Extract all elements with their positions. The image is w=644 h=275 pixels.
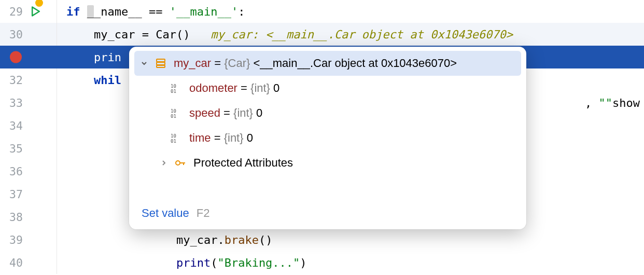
identifier: my_car bbox=[94, 28, 135, 41]
svg-rect-1 bbox=[157, 59, 165, 62]
equals: = bbox=[211, 57, 224, 70]
code-line[interactable]: 40 print("Braking...") bbox=[0, 251, 644, 274]
line-number: 32 bbox=[5, 74, 23, 87]
parens: () bbox=[259, 233, 273, 246]
gutter: 39 bbox=[0, 228, 57, 251]
code-line[interactable]: 39 my_car.brake() bbox=[0, 228, 644, 251]
inspector-protected-row[interactable]: Protected Attributes bbox=[129, 150, 526, 175]
line-number: 37 bbox=[5, 188, 23, 201]
line-number: 29 bbox=[5, 5, 23, 18]
var-value: 0 bbox=[247, 131, 253, 144]
key-icon bbox=[175, 159, 188, 167]
int-icon: 1001 bbox=[171, 107, 184, 119]
operator: == bbox=[142, 5, 170, 18]
var-type: {Car} bbox=[224, 57, 253, 70]
string: "Braking..." bbox=[217, 256, 300, 269]
keyword: whil bbox=[94, 74, 121, 87]
var-type: {int} bbox=[224, 131, 247, 144]
svg-text:10: 10 bbox=[171, 133, 176, 139]
chevron-right-icon[interactable] bbox=[160, 159, 170, 167]
inline-hint-var: my_car: bbox=[211, 28, 265, 41]
var-name: my_car bbox=[174, 57, 211, 70]
variable-inspector-popup[interactable]: my_car = {Car} <__main__.Car object at 0… bbox=[129, 47, 526, 229]
colon: : bbox=[238, 5, 245, 18]
line-number: 34 bbox=[5, 119, 23, 132]
popup-footer: Set value F2 bbox=[129, 198, 526, 229]
gutter: 33 bbox=[0, 91, 57, 114]
gutter: 34 bbox=[0, 114, 57, 137]
breakpoint-icon[interactable] bbox=[10, 51, 22, 63]
inspector-field-row[interactable]: 1001 speed = {int} 0 bbox=[129, 101, 526, 126]
line-number: 33 bbox=[5, 97, 23, 109]
equals: = bbox=[237, 81, 250, 94]
identifier: _name__ bbox=[94, 5, 142, 18]
object-icon bbox=[155, 58, 169, 69]
gutter: 30 bbox=[0, 23, 57, 46]
gutter: 38 bbox=[0, 205, 57, 228]
gutter bbox=[0, 46, 57, 68]
inline-hint-value: <__main__.Car object at 0x1043e6070> bbox=[265, 28, 513, 41]
parens: () bbox=[176, 28, 190, 41]
code-content[interactable]: print("Braking...") bbox=[57, 251, 644, 274]
operator: = bbox=[135, 28, 156, 41]
shortcut-label: F2 bbox=[197, 207, 210, 220]
gutter: 29 bbox=[0, 0, 57, 23]
gutter: 35 bbox=[0, 137, 57, 160]
code-content[interactable]: if __name__ == '__main__': bbox=[57, 0, 644, 23]
gap bbox=[190, 28, 211, 41]
svg-text:01: 01 bbox=[171, 89, 176, 94]
svg-text:01: 01 bbox=[171, 139, 176, 144]
line-number: 38 bbox=[5, 211, 23, 224]
var-name: time bbox=[189, 131, 211, 144]
var-value: 0 bbox=[273, 81, 279, 94]
code-line-current[interactable]: 30 my_car = Car() my_car: <__main__.Car … bbox=[0, 23, 644, 46]
run-icon[interactable] bbox=[30, 6, 41, 17]
chevron-down-icon[interactable] bbox=[141, 60, 150, 67]
line-number: 40 bbox=[5, 256, 23, 269]
gutter: 40 bbox=[0, 251, 57, 274]
equals: = bbox=[211, 131, 224, 144]
paren-open: ( bbox=[211, 256, 217, 269]
var-value: 0 bbox=[256, 106, 262, 119]
modification-dot-icon bbox=[35, 0, 43, 7]
equals: = bbox=[220, 106, 233, 119]
svg-text:10: 10 bbox=[171, 84, 176, 89]
inspector-field-row[interactable]: 1001 odometer = {int} 0 bbox=[129, 76, 526, 101]
inspector-root-row[interactable]: my_car = {Car} <__main__.Car object at 0… bbox=[134, 51, 521, 76]
paren-close: ) bbox=[300, 256, 306, 269]
code-content[interactable]: my_car.brake() bbox=[57, 228, 644, 251]
gutter: 36 bbox=[0, 160, 57, 183]
inspector-field-row[interactable]: 1001 time = {int} 0 bbox=[129, 126, 526, 150]
var-type: {int} bbox=[233, 106, 256, 119]
set-value-link[interactable]: Set value bbox=[142, 207, 189, 220]
line-number: 30 bbox=[5, 28, 23, 41]
protected-attributes-label: Protected Attributes bbox=[193, 156, 293, 170]
svg-text:10: 10 bbox=[171, 108, 176, 114]
svg-rect-3 bbox=[157, 65, 165, 67]
var-type: {int} bbox=[250, 81, 273, 94]
code-fragment: prin bbox=[94, 51, 121, 64]
gutter: 37 bbox=[0, 183, 57, 205]
line-number: 39 bbox=[5, 233, 23, 246]
code-line[interactable]: 29 if __name__ == '__main__': bbox=[0, 0, 644, 23]
int-icon: 1001 bbox=[171, 82, 184, 94]
svg-rect-2 bbox=[157, 62, 165, 65]
svg-marker-0 bbox=[32, 7, 39, 16]
svg-point-10 bbox=[176, 161, 180, 165]
line-number: 36 bbox=[5, 165, 23, 178]
selection: _ bbox=[87, 5, 94, 18]
int-icon: 1001 bbox=[171, 132, 184, 144]
svg-text:01: 01 bbox=[171, 114, 176, 119]
class-call: Car bbox=[156, 28, 176, 41]
popup-spacer bbox=[129, 175, 526, 198]
dot: . bbox=[217, 233, 224, 246]
var-name: speed bbox=[189, 106, 220, 119]
builtin: print bbox=[176, 256, 211, 269]
code-content[interactable]: my_car = Car() my_car: <__main__.Car obj… bbox=[57, 23, 644, 46]
var-name: odometer bbox=[189, 81, 237, 94]
gutter: 32 bbox=[0, 68, 57, 91]
identifier: my_car bbox=[176, 233, 217, 246]
keyword: if bbox=[66, 5, 80, 18]
method: brake bbox=[225, 233, 259, 246]
string: '__main__' bbox=[170, 5, 238, 18]
